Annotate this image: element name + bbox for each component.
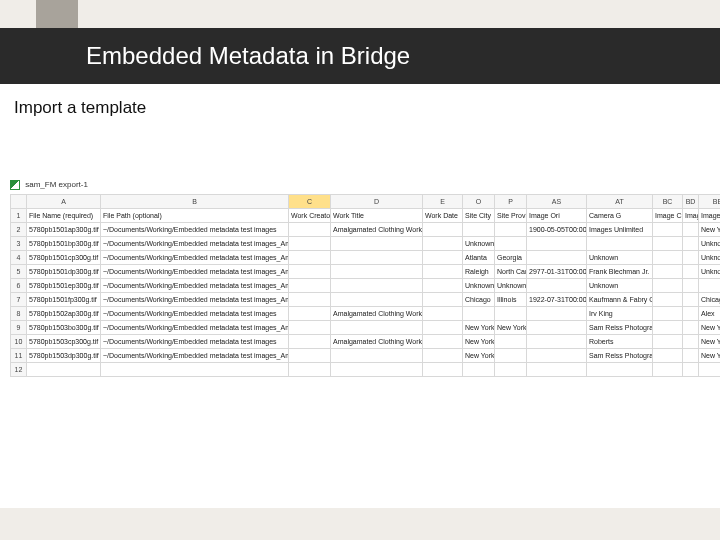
col-BC[interactable]: BC (653, 195, 683, 209)
cell-O[interactable] (463, 363, 495, 377)
cell-P[interactable]: North Car (495, 265, 527, 279)
cell-A[interactable]: 5780pb1503cp300g.tif (27, 335, 101, 349)
hdr-AS[interactable]: Image Ori (527, 209, 587, 223)
cell-B[interactable]: ~/Documents/Working/Embedded metadata te… (101, 335, 289, 349)
cell-P[interactable]: Georgia (495, 251, 527, 265)
cell-D[interactable] (331, 279, 423, 293)
cell-AT[interactable]: Frank Blechman Jr. (587, 265, 653, 279)
cell-A[interactable]: 5780pb1501ap300g.tif (27, 223, 101, 237)
cell-AT[interactable]: Unknown (587, 251, 653, 265)
cell-P[interactable] (495, 335, 527, 349)
col-O[interactable]: O (463, 195, 495, 209)
cell-BC[interactable] (653, 293, 683, 307)
cell-A[interactable]: 5780pb1503bo300g.tif (27, 321, 101, 335)
cell-C[interactable] (289, 363, 331, 377)
cell-BC[interactable] (653, 237, 683, 251)
cell-C[interactable] (289, 321, 331, 335)
cell-C[interactable] (289, 307, 331, 321)
hdr-BC[interactable]: Image Cre (653, 209, 683, 223)
cell-E[interactable] (423, 279, 463, 293)
hdr-P[interactable]: Site Provi (495, 209, 527, 223)
cell-B[interactable]: ~/Documents/Working/Embedded metadata te… (101, 223, 289, 237)
cell-B[interactable]: ~/Documents/Working/Embedded metadata te… (101, 307, 289, 321)
cell-BE[interactable]: Unknown (699, 265, 721, 279)
cell-P[interactable]: New York (495, 321, 527, 335)
rownum-cell[interactable]: 3 (11, 237, 27, 251)
cell-P[interactable] (495, 223, 527, 237)
rownum-cell[interactable]: 11 (11, 349, 27, 363)
cell-BC[interactable] (653, 363, 683, 377)
hdr-BD[interactable]: Image Cre (683, 209, 699, 223)
cell-O[interactable] (463, 307, 495, 321)
cell-E[interactable] (423, 223, 463, 237)
cell-BE[interactable] (699, 363, 721, 377)
cell-C[interactable] (289, 349, 331, 363)
hdr-O[interactable]: Site City (463, 209, 495, 223)
rownum-1[interactable]: 1 (11, 209, 27, 223)
cell-AS[interactable]: 1900-05-05T00:00Z (527, 223, 587, 237)
cell-B[interactable]: ~/Documents/Working/Embedded metadata te… (101, 237, 289, 251)
cell-O[interactable]: Chicago (463, 293, 495, 307)
cell-BC[interactable] (653, 251, 683, 265)
cell-P[interactable] (495, 363, 527, 377)
rownum-cell[interactable]: 8 (11, 307, 27, 321)
cell-E[interactable] (423, 251, 463, 265)
hdr-E[interactable]: Work Date (423, 209, 463, 223)
cell-BC[interactable] (653, 279, 683, 293)
cell-A[interactable]: 5780pb1501dp300g.tif (27, 265, 101, 279)
cell-AT[interactable] (587, 237, 653, 251)
cell-A[interactable]: 5780pb1501ep300g.tif (27, 279, 101, 293)
hdr-D[interactable]: Work Title (331, 209, 423, 223)
cell-BD[interactable] (683, 321, 699, 335)
hdr-BE[interactable]: Image Cre (699, 209, 721, 223)
cell-P[interactable]: Unknown (495, 279, 527, 293)
cell-AS[interactable] (527, 321, 587, 335)
cell-BD[interactable] (683, 335, 699, 349)
col-BE[interactable]: BE (699, 195, 721, 209)
hdr-AT[interactable]: Camera G (587, 209, 653, 223)
corner-cell[interactable] (11, 195, 27, 209)
col-BD[interactable]: BD (683, 195, 699, 209)
cell-AT[interactable] (587, 363, 653, 377)
cell-O[interactable]: Unknown (463, 237, 495, 251)
cell-BC[interactable] (653, 307, 683, 321)
cell-BE[interactable]: Alex (699, 307, 721, 321)
cell-O[interactable] (463, 223, 495, 237)
rownum-cell[interactable]: 2 (11, 223, 27, 237)
cell-AT[interactable]: Irv King (587, 307, 653, 321)
cell-C[interactable] (289, 265, 331, 279)
rownum-cell[interactable]: 12 (11, 363, 27, 377)
cell-E[interactable] (423, 307, 463, 321)
cell-BC[interactable] (653, 321, 683, 335)
cell-B[interactable]: ~/Documents/Working/Embedded metadata te… (101, 279, 289, 293)
cell-BD[interactable] (683, 349, 699, 363)
cell-D[interactable] (331, 237, 423, 251)
cell-BE[interactable]: Chicago (699, 293, 721, 307)
cell-E[interactable] (423, 349, 463, 363)
cell-AS[interactable] (527, 349, 587, 363)
hdr-A[interactable]: File Name (required) (27, 209, 101, 223)
hdr-C[interactable]: Work Creator (289, 209, 331, 223)
cell-AS[interactable] (527, 307, 587, 321)
cell-A[interactable]: 5780pb1501fp300g.tif (27, 293, 101, 307)
cell-D[interactable]: Amalgamated Clothing Workers/ (331, 223, 423, 237)
col-C[interactable]: C (289, 195, 331, 209)
col-B[interactable]: B (101, 195, 289, 209)
cell-AS[interactable] (527, 251, 587, 265)
cell-B[interactable]: ~/Documents/Working/Embedded metadata te… (101, 349, 289, 363)
cell-C[interactable] (289, 335, 331, 349)
rownum-cell[interactable]: 6 (11, 279, 27, 293)
cell-BD[interactable] (683, 265, 699, 279)
cell-BD[interactable] (683, 251, 699, 265)
cell-BE[interactable]: Unknown (699, 251, 721, 265)
cell-BD[interactable] (683, 237, 699, 251)
cell-AS[interactable] (527, 279, 587, 293)
cell-O[interactable]: New York (463, 349, 495, 363)
rownum-cell[interactable]: 7 (11, 293, 27, 307)
col-AT[interactable]: AT (587, 195, 653, 209)
cell-AS[interactable] (527, 363, 587, 377)
rownum-cell[interactable]: 10 (11, 335, 27, 349)
cell-D[interactable] (331, 251, 423, 265)
cell-C[interactable] (289, 237, 331, 251)
cell-AS[interactable]: 2977-01-31T00:00Z (527, 265, 587, 279)
